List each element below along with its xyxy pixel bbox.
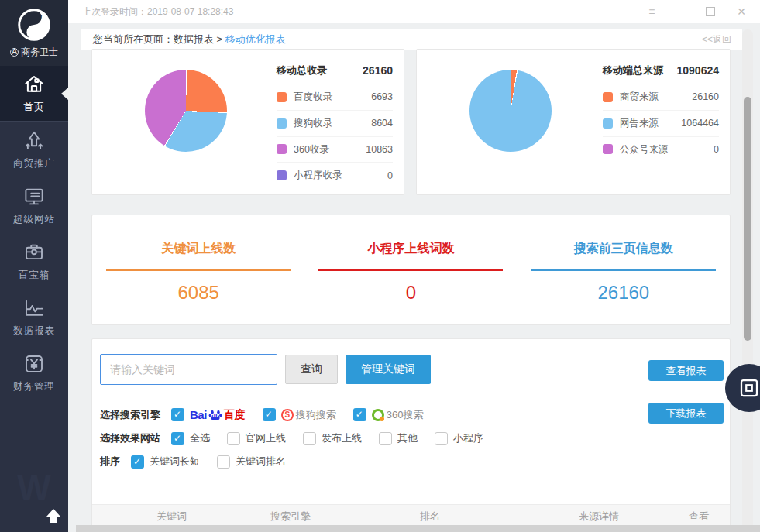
mobile-index-pie-chart xyxy=(145,70,227,152)
website-icon xyxy=(22,185,46,208)
mobile-index-card: 移动总收录 26160 百度收录 6693 搜狗收录 8604 360收录 10… xyxy=(91,49,404,195)
site-option-miniprogram[interactable]: 小程序 xyxy=(435,431,483,445)
engine-select-row: 选择搜索引擎 Bai du 百度 xyxy=(92,403,730,427)
finance-icon xyxy=(22,352,46,376)
breadcrumb-section[interactable]: 数据报表 xyxy=(174,33,214,45)
site-row-label: 选择效果网站 xyxy=(100,431,160,445)
breadcrumb: 您当前所在页面：数据报表 > 移动优化报表 xyxy=(93,33,286,46)
sidebar-item-toolbox[interactable]: 百宝箱 xyxy=(0,233,68,289)
breadcrumb-prefix: 您当前所在页面： xyxy=(93,33,174,45)
mobile-source-card: 移动端总来源 1090624 商贸来源 26160 网告来源 1064464 公… xyxy=(416,49,731,195)
chart-title: 移动总收录 xyxy=(277,63,327,77)
minimize-icon[interactable]: ─ xyxy=(676,6,684,17)
mobile-index-legend: 移动总收录 26160 百度收录 6693 搜狗收录 8604 360收录 10… xyxy=(277,63,393,188)
breadcrumb-current[interactable]: 移动优化报表 xyxy=(225,33,286,45)
last-login-text: 上次登录时间：2019-08-07 18:28:43 xyxy=(82,5,233,19)
mobile-source-legend: 移动端总来源 1090624 商贸来源 26160 网告来源 1064464 公… xyxy=(603,63,719,162)
menu-icon[interactable]: ≡ xyxy=(648,6,655,17)
download-report-button[interactable]: 下载报表 xyxy=(648,403,724,424)
sidebar-item-finance[interactable]: 财务管理 xyxy=(0,345,68,400)
legend-swatch xyxy=(277,118,287,129)
legend-swatch xyxy=(603,92,613,102)
sort-option-length[interactable]: 关键词长短 xyxy=(131,455,200,469)
checkbox[interactable] xyxy=(171,432,184,445)
checkbox[interactable] xyxy=(131,455,144,469)
sidebar-item-label: 超级网站 xyxy=(13,213,55,226)
engine-row-label: 选择搜索引擎 xyxy=(100,408,160,422)
chart-title: 移动端总来源 xyxy=(603,63,663,77)
report-icon xyxy=(22,297,46,320)
checkbox[interactable] xyxy=(303,432,316,445)
stat-top3-pages: 搜索前三页信息数 26160 xyxy=(518,215,730,324)
sort-option-rank[interactable]: 关键词排名 xyxy=(217,455,286,469)
checkbox[interactable] xyxy=(263,408,276,421)
vertical-scrollbar[interactable] xyxy=(742,29,753,532)
legend-item: 小程序收录 0 xyxy=(277,163,393,188)
checkbox[interactable] xyxy=(435,432,448,445)
breadcrumb-bar: 您当前所在页面：数据报表 > 移动优化报表 <<返回 xyxy=(81,29,742,50)
checkbox[interactable] xyxy=(379,432,392,445)
sidebar-item-home[interactable]: 首页 xyxy=(0,66,68,122)
sort-row-label: 排序 xyxy=(100,455,120,469)
breadcrumb-separator: > xyxy=(214,33,225,45)
qr-spiral-icon xyxy=(738,376,760,400)
chart-total: 1090624 xyxy=(676,64,719,77)
engine-option-baidu[interactable]: Bai du 百度 xyxy=(171,407,246,422)
sidebar-item-label: 百宝箱 xyxy=(19,269,50,282)
toolbox-icon xyxy=(22,241,46,264)
stats-card: 关键词上线数 6085 小程序上线词数 0 搜索前三页信息数 26160 xyxy=(91,215,731,325)
checkbox[interactable] xyxy=(217,455,230,469)
sidebar-item-super-website[interactable]: 超级网站 xyxy=(0,177,68,233)
site-option-other[interactable]: 其他 xyxy=(379,431,418,445)
site-option-official[interactable]: 官网上线 xyxy=(227,431,286,445)
engine-option-sogou[interactable]: S 搜狗搜索 xyxy=(263,408,336,422)
legend-item: 网告来源 1064464 xyxy=(603,111,719,137)
sidebar-item-label: 财务管理 xyxy=(13,380,55,393)
legend-swatch xyxy=(603,144,613,154)
mobile-source-pie-chart xyxy=(469,70,552,152)
chart-total: 26160 xyxy=(363,64,393,77)
site-select-row: 选择效果网站 全选 官网上线 发布上线 其他 小程序 xyxy=(92,427,730,450)
checkbox[interactable] xyxy=(171,408,184,421)
scrollbar-thumb[interactable] xyxy=(744,97,751,341)
home-icon xyxy=(22,73,46,96)
sidebar-item-data-report[interactable]: 数据报表 xyxy=(0,289,68,345)
legend-item: 公众号来源 0 xyxy=(603,137,719,163)
legend-item: 百度收录 6693 xyxy=(277,84,393,111)
back-link[interactable]: <<返回 xyxy=(702,33,731,46)
checkbox[interactable] xyxy=(227,432,240,445)
site-option-all[interactable]: 全选 xyxy=(171,431,210,445)
legend-item: 商贸来源 26160 xyxy=(603,84,719,111)
checkbox[interactable] xyxy=(353,408,366,421)
keyword-search-input[interactable] xyxy=(100,354,277,385)
legend-item: 搜狗收录 8604 xyxy=(277,111,393,137)
keyword-filter-card: 查询 管理关键词 查看报表 下载报表 选择搜索引擎 Bai du xyxy=(91,338,731,531)
app-logo-block: w A 商务卫士 xyxy=(0,0,68,66)
query-button[interactable]: 查询 xyxy=(285,355,338,384)
main-content: 您当前所在页面：数据报表 > 移动优化报表 <<返回 移动总收录 26160 百… xyxy=(68,23,760,532)
site-option-publish[interactable]: 发布上线 xyxy=(303,431,362,445)
scroll-top-arrow-icon[interactable] xyxy=(45,509,62,526)
engine-option-360[interactable]: 360搜索 xyxy=(353,408,424,422)
app-logo-icon: w xyxy=(17,8,51,42)
maximize-icon[interactable] xyxy=(706,7,715,16)
close-icon[interactable]: ✕ xyxy=(737,6,746,17)
sidebar-watermark: W xyxy=(0,467,68,509)
svg-text:w: w xyxy=(35,12,42,21)
sidebar: w A 商务卫士 首页 商贸推广 超级网站 百宝箱 数据报表 xyxy=(0,0,68,532)
manage-keywords-button[interactable]: 管理关键词 xyxy=(346,355,431,384)
sidebar-item-label: 商贸推广 xyxy=(13,157,55,170)
view-report-button[interactable]: 查看报表 xyxy=(648,360,724,381)
sidebar-item-label: 首页 xyxy=(24,101,45,114)
legend-swatch xyxy=(603,118,613,129)
horizontal-scrollbar[interactable] xyxy=(76,525,760,532)
active-notch xyxy=(61,88,68,100)
stat-keywords-online: 关键词上线数 6085 xyxy=(92,215,304,324)
baidu-logo-icon: Bai du 百度 xyxy=(190,407,246,422)
sidebar-item-label: 数据报表 xyxy=(13,324,55,338)
title-bar: 上次登录时间：2019-08-07 18:28:43 ≡ ─ ✕ xyxy=(68,0,760,23)
sidebar-item-promotion[interactable]: 商贸推广 xyxy=(0,122,68,177)
brand-name: A 商务卫士 xyxy=(10,46,58,59)
sort-row: 排序 关键词长短 关键词排名 xyxy=(92,450,730,473)
legend-swatch xyxy=(277,170,287,180)
